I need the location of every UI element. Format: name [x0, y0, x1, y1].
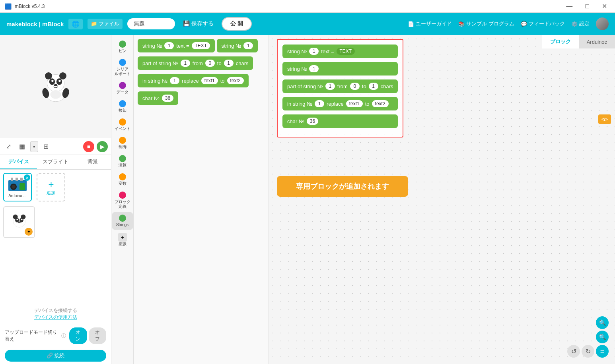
- grid-small-btn[interactable]: ▦: [16, 141, 28, 152]
- canvas-block-string-replace[interactable]: in string № 1 replace text1 to text2: [282, 97, 398, 110]
- toggle-off-btn[interactable]: オフ: [89, 327, 106, 344]
- zoom-in-btn[interactable]: 🔍: [596, 331, 609, 343]
- svg-point-25: [21, 219, 22, 220]
- canvas-block-string-val[interactable]: string № 1: [282, 62, 398, 76]
- svg-point-26: [18, 221, 21, 223]
- svg-point-2: [45, 72, 52, 79]
- device-usage-link[interactable]: デバイスの使用方法: [34, 314, 77, 320]
- canvas-block-val-num[interactable]: 1: [309, 65, 319, 72]
- canvas-block-part-num[interactable]: 1: [325, 83, 335, 90]
- canvas-block-to-val[interactable]: 1: [369, 83, 378, 90]
- canvas-block-text1[interactable]: text1: [346, 100, 363, 107]
- variables-dot: [119, 173, 126, 180]
- save-btn[interactable]: 保存する: [180, 19, 217, 29]
- project-name-input[interactable]: [127, 18, 175, 29]
- block-string-set[interactable]: string № 1 text = TEXT: [138, 39, 215, 52]
- avatar[interactable]: [596, 17, 609, 30]
- svg-rect-13: [11, 178, 13, 181]
- add-device-btn[interactable]: + 追加: [37, 173, 65, 201]
- feedback-menu-item[interactable]: 💬 フィードバック: [521, 20, 565, 27]
- go-btn[interactable]: ▶: [97, 141, 108, 152]
- titlebar: 🟦 mBlock v5.4.3 — □ ✕: [0, 0, 615, 13]
- canvas-block-char-num[interactable]: 36: [307, 118, 318, 125]
- grid-medium-btn[interactable]: ▪: [30, 141, 38, 152]
- gear-icon: ⚙️: [571, 21, 578, 27]
- tab-device[interactable]: デバイス: [0, 155, 37, 169]
- globe-icon-btn[interactable]: 🌐: [68, 19, 83, 29]
- sprite-panda-item[interactable]: ✦: [3, 206, 35, 238]
- block-string-replace[interactable]: in string № 1 replace text1 to text2: [138, 74, 249, 87]
- canvas-block-char[interactable]: char № 36: [282, 114, 398, 128]
- block-string-val[interactable]: string № 1: [217, 39, 258, 52]
- canvas-block-string-set[interactable]: string № 1 text = TEXT: [282, 45, 398, 58]
- publish-btn[interactable]: 公 開: [222, 17, 252, 31]
- expand-view-btn[interactable]: ⤢: [3, 141, 14, 152]
- minimize-btn[interactable]: —: [563, 2, 576, 11]
- topbar-menu: 📄 ユーザーガイド 📚 サンプル プログラム 💬 フィードバック ⚙️ 設定: [408, 17, 609, 30]
- maximize-btn[interactable]: □: [582, 2, 592, 11]
- tab-blocks[interactable]: ブロック: [542, 35, 579, 48]
- undo-btn[interactable]: ↺: [567, 345, 580, 358]
- pin-dot: [119, 41, 126, 48]
- sidebar: ピン シリアルポート データ 検知 イベント 制御 演算 変数: [111, 35, 134, 364]
- svg-point-7: [58, 79, 60, 81]
- sidebar-item-control[interactable]: 制御: [112, 134, 133, 152]
- canvas-block-replace-num[interactable]: 1: [315, 100, 324, 107]
- zoom-row: 🔍: [567, 331, 609, 343]
- settings-menu-item[interactable]: ⚙️ 設定: [571, 20, 590, 27]
- equals-btn[interactable]: =: [596, 345, 609, 358]
- connect-btn[interactable]: 🔗 接続: [5, 350, 106, 362]
- canvas-block-text2[interactable]: text2: [372, 100, 389, 107]
- sidebar-item-calc[interactable]: 演算: [112, 153, 133, 170]
- blockdef-dot: [119, 192, 126, 199]
- sample-programs-menu-item[interactable]: 📚 サンプル プログラム: [458, 20, 514, 27]
- block-string-part[interactable]: part of string № 1 from 0 to 1 chars: [138, 56, 253, 70]
- grid-large-btn[interactable]: ⊞: [41, 141, 51, 152]
- redo-btn[interactable]: ↻: [582, 345, 594, 358]
- extension-plus-icon: +: [118, 233, 127, 242]
- upload-mode-section: アップロードモード切り替え ⓘ オン オフ: [0, 324, 111, 347]
- orange-notification-block[interactable]: 専用ブロックが追加されます: [277, 176, 408, 197]
- sidebar-item-extension[interactable]: + 拡張: [112, 230, 133, 249]
- tab-arduino[interactable]: Arduinoc: [579, 35, 615, 48]
- canvas-block-num1[interactable]: 1: [309, 48, 319, 55]
- code-tabs: ブロック Arduinoc: [542, 35, 615, 48]
- svg-point-24: [16, 219, 18, 220]
- sidebar-item-variables[interactable]: 変数: [112, 171, 133, 188]
- sidebar-item-data[interactable]: データ: [112, 79, 133, 97]
- canvas-block-string-part[interactable]: part of string № 1 from 0 to 1 chars: [282, 79, 398, 93]
- entity-tabs: デバイス スプライト 背景: [0, 155, 111, 170]
- sidebar-item-strings[interactable]: Strings: [112, 212, 133, 230]
- data-dot: [119, 82, 126, 89]
- add-label: 追加: [47, 190, 55, 196]
- svg-point-3: [59, 72, 66, 79]
- sidebar-item-block-def[interactable]: ブロック定義: [112, 189, 133, 211]
- code-tag-btn[interactable]: </>: [598, 114, 611, 124]
- sidebar-item-detect[interactable]: 検知: [112, 98, 133, 115]
- remove-device-btn[interactable]: ✕: [24, 174, 30, 181]
- sidebar-item-pin[interactable]: ピン: [112, 38, 133, 56]
- feedback-icon: 💬: [521, 21, 527, 27]
- blocks-panel: string № 1 text = TEXT string № 1 part o…: [134, 35, 269, 364]
- bottom-controls: 🔍 🔍 ↺ ↻ =: [567, 316, 609, 358]
- highlighted-blocks-area: string № 1 text = TEXT string № 1 part o…: [277, 39, 403, 137]
- canvas-block-text-input[interactable]: TEXT: [337, 48, 355, 55]
- sidebar-item-event[interactable]: イベント: [112, 116, 133, 134]
- canvas-block-from-val[interactable]: 0: [350, 83, 360, 90]
- toggle-on-btn[interactable]: オン: [69, 327, 87, 344]
- file-btn[interactable]: 📁 ファイル: [88, 19, 123, 29]
- calc-dot: [119, 155, 126, 162]
- sidebar-item-serial[interactable]: シリアルポート: [112, 56, 133, 79]
- tab-sprite[interactable]: スプライト: [37, 155, 74, 169]
- search-btn[interactable]: 🔍: [596, 316, 609, 329]
- block-char[interactable]: char № 36: [138, 91, 178, 105]
- arduino-device-item[interactable]: ✕ Arduino ...: [3, 173, 32, 201]
- info-icon[interactable]: ⓘ: [61, 333, 66, 339]
- code-area: ブロック Arduinoc string № 1 text = TEXT str…: [269, 35, 615, 364]
- stop-btn[interactable]: ■: [83, 141, 94, 152]
- tab-background[interactable]: 背景: [74, 155, 111, 169]
- close-btn[interactable]: ✕: [599, 2, 610, 11]
- arduino-label: Arduino ...: [8, 194, 27, 198]
- user-guide-menu-item[interactable]: 📄 ユーザーガイド: [408, 20, 452, 27]
- main-layout: ⤢ ▦ ▪ ⊞ ■ ▶ デバイス スプライト 背景 ✕: [0, 35, 615, 364]
